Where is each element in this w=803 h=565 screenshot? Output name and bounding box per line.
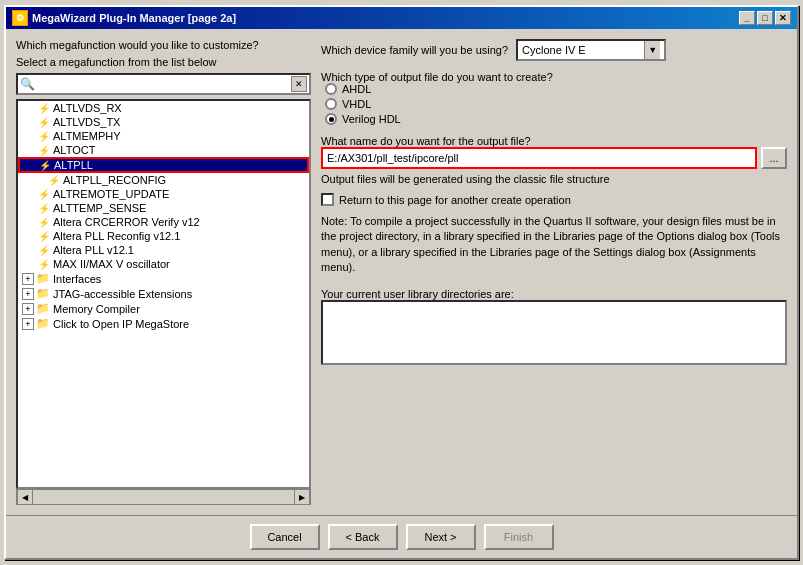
item-icon: ⚡ (38, 103, 50, 114)
list-item[interactable]: ⚡ ALTMEMPHY (18, 129, 309, 143)
folder-icon: 📁 (36, 287, 50, 300)
radio-verilog-label: Verilog HDL (342, 113, 401, 125)
bottom-bar: Cancel < Back Next > Finish (6, 515, 797, 558)
list-item[interactable]: ⚡ Altera PLL Reconfig v12.1 (18, 229, 309, 243)
browse-button[interactable]: ... (761, 147, 787, 169)
tree-container[interactable]: ⚡ ALTLVDS_RX ⚡ ALTLVDS_TX ⚡ ALTMEMPHY ⚡ … (16, 99, 311, 489)
library-box (321, 300, 787, 365)
list-item[interactable]: ⚡ ALTLVDS_RX (18, 101, 309, 115)
note-text: Note: To compile a project successfully … (321, 214, 787, 276)
scroll-left-button[interactable]: ◀ (17, 489, 33, 505)
folder-memory[interactable]: + 📁 Memory Compiler (18, 301, 309, 316)
tree-area: ⚡ ALTLVDS_RX ⚡ ALTLVDS_TX ⚡ ALTMEMPHY ⚡ … (16, 99, 311, 505)
left-panel-question: Which megafunction would you like to cus… (16, 39, 311, 51)
left-panel-subtitle: Select a megafunction from the list belo… (16, 56, 311, 68)
finish-button[interactable]: Finish (484, 524, 554, 550)
output-file-input[interactable] (321, 147, 757, 169)
library-label: Your current user library directories ar… (321, 288, 787, 300)
folder-jtag[interactable]: + 📁 JTAG-accessible Extensions (18, 286, 309, 301)
item-icon: ⚡ (48, 175, 60, 186)
title-bar: ⚙ MegaWizard Plug-In Manager [page 2a] _… (6, 7, 797, 29)
dropdown-arrow-icon[interactable]: ▼ (644, 41, 660, 59)
return-checkbox-label: Return to this page for another create o… (339, 194, 571, 206)
folder-expander[interactable]: + (22, 288, 34, 300)
output-file-row: ... (321, 147, 787, 169)
item-icon: ⚡ (38, 203, 50, 214)
title-bar-left: ⚙ MegaWizard Plug-In Manager [page 2a] (12, 10, 236, 26)
folder-icon: 📁 (36, 302, 50, 315)
radio-vhdl-label: VHDL (342, 98, 371, 110)
output-file-section: What name do you want for the output fil… (321, 133, 787, 185)
maximize-button[interactable]: □ (757, 11, 773, 25)
scroll-right-button[interactable]: ▶ (294, 489, 310, 505)
output-file-label: What name do you want for the output fil… (321, 135, 787, 147)
return-checkbox-row[interactable]: Return to this page for another create o… (321, 193, 787, 206)
item-icon: ⚡ (38, 131, 50, 142)
radio-ahdl-label: AHDL (342, 83, 371, 95)
device-family-value: Cyclone IV E (522, 44, 644, 56)
radio-verilog[interactable] (325, 113, 337, 125)
folder-interfaces[interactable]: + 📁 Interfaces (18, 271, 309, 286)
radio-vhdl[interactable] (325, 98, 337, 110)
search-icon: 🔍 (20, 77, 35, 91)
folder-expander[interactable]: + (22, 318, 34, 330)
cancel-button[interactable]: Cancel (250, 524, 320, 550)
output-type-radio-group: AHDL VHDL Verilog HDL (325, 83, 787, 125)
minimize-button[interactable]: _ (739, 11, 755, 25)
folder-icon: 📁 (36, 272, 50, 285)
left-panel: Which megafunction would you like to cus… (16, 39, 311, 505)
list-item[interactable]: ⚡ MAX II/MAX V oscillator (18, 257, 309, 271)
horizontal-scrollbar[interactable]: ◀ ▶ (16, 489, 311, 505)
return-checkbox[interactable] (321, 193, 334, 206)
list-item[interactable]: ⚡ ALTOCT (18, 143, 309, 157)
item-icon: ⚡ (38, 245, 50, 256)
folder-ip-megastore[interactable]: + 📁 Click to Open IP MegaStore (18, 316, 309, 331)
device-family-label: Which device family will you be using? (321, 44, 508, 56)
right-panel: Which device family will you be using? C… (321, 39, 787, 505)
item-icon: ⚡ (38, 217, 50, 228)
window-title: MegaWizard Plug-In Manager [page 2a] (32, 12, 236, 24)
search-box[interactable]: 🔍 ✕ (16, 73, 311, 95)
list-item[interactable]: ⚡ ALTREMOTE_UPDATE (18, 187, 309, 201)
list-item[interactable]: ⚡ Altera CRCERROR Verify v12 (18, 215, 309, 229)
folder-icon: 📁 (36, 317, 50, 330)
app-icon: ⚙ (12, 10, 28, 26)
device-family-row: Which device family will you be using? C… (321, 39, 787, 61)
radio-ahdl-row[interactable]: AHDL (325, 83, 787, 95)
next-button[interactable]: Next > (406, 524, 476, 550)
window-content: Which megafunction would you like to cus… (6, 29, 797, 515)
item-icon: ⚡ (39, 160, 51, 171)
list-item-altpll[interactable]: ⚡ ALTPLL (18, 157, 309, 173)
list-item[interactable]: ⚡ ALTLVDS_TX (18, 115, 309, 129)
library-section: Your current user library directories ar… (321, 284, 787, 365)
device-family-dropdown[interactable]: Cyclone IV E ▼ (516, 39, 666, 61)
back-button[interactable]: < Back (328, 524, 398, 550)
item-icon: ⚡ (38, 231, 50, 242)
search-input[interactable] (37, 78, 291, 90)
title-controls: _ □ ✕ (739, 11, 791, 25)
list-item[interactable]: ⚡ ALTPLL_RECONFIG (18, 173, 309, 187)
item-icon: ⚡ (38, 145, 50, 156)
item-icon: ⚡ (38, 259, 50, 270)
folder-expander[interactable]: + (22, 303, 34, 315)
close-button[interactable]: ✕ (775, 11, 791, 25)
radio-verilog-row[interactable]: Verilog HDL (325, 113, 787, 125)
output-type-section: Which type of output file do you want to… (321, 69, 787, 125)
main-window: ⚙ MegaWizard Plug-In Manager [page 2a] _… (4, 5, 799, 560)
list-item[interactable]: ⚡ Altera PLL v12.1 (18, 243, 309, 257)
radio-ahdl[interactable] (325, 83, 337, 95)
search-clear-button[interactable]: ✕ (291, 76, 307, 92)
folder-expander[interactable]: + (22, 273, 34, 285)
output-type-label: Which type of output file do you want to… (321, 71, 787, 83)
item-icon: ⚡ (38, 189, 50, 200)
item-icon: ⚡ (38, 117, 50, 128)
radio-vhdl-row[interactable]: VHDL (325, 98, 787, 110)
list-item[interactable]: ⚡ ALTTEMP_SENSE (18, 201, 309, 215)
classic-structure-label: Output files will be generated using the… (321, 173, 787, 185)
